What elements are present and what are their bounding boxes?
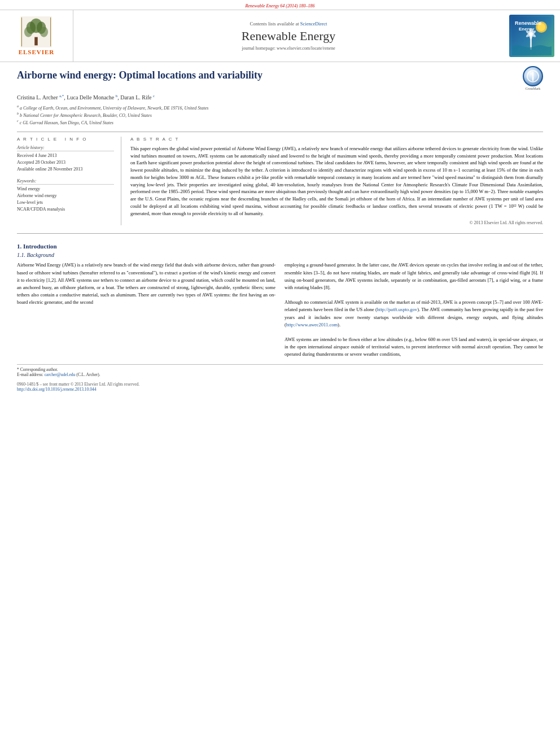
doi-line: http://dx.doi.org/10.1016/j.renene.2013.…: [17, 387, 543, 392]
elsevier-logo-area: ELSEVIER: [0, 10, 73, 62]
keyword-2: Airborne wind energy: [17, 193, 114, 199]
abstract-text: This paper explores the global wind powe…: [130, 145, 543, 217]
intro-right-text: employing a ground-based generator. In t…: [285, 261, 543, 358]
doi-link[interactable]: http://dx.doi.org/10.1016/j.renene.2013.…: [17, 387, 96, 392]
header-content: ELSEVIER Contents lists available at Sci…: [0, 10, 560, 62]
title-row: Airborne wind energy: Optimal locations …: [17, 69, 543, 90]
email-link[interactable]: carcher@udel.edu: [45, 372, 76, 377]
crossmark-label: CrossMark: [523, 87, 543, 90]
received-date: Received 4 June 2013: [17, 152, 114, 159]
affiliations: a a College of Earth, Ocean, and Environ…: [17, 104, 543, 126]
affiliation-b: b b National Center for Atmospheric Rese…: [17, 111, 543, 119]
svg-point-4: [24, 27, 33, 37]
svg-text:Energy: Energy: [519, 27, 535, 32]
authors-line: Cristina L. Archer a,*, Luca Delle Monac…: [17, 94, 543, 101]
intro-section: 1. Introduction 1.1. Background Airborne…: [17, 243, 543, 358]
intro-heading: 1. Introduction: [17, 243, 543, 250]
divider-2: [17, 233, 543, 234]
svg-point-5: [40, 27, 49, 37]
bottom-info: 0960-1481/$ – see front matter © 2013 El…: [17, 382, 543, 392]
footnote-area: * Corresponding author. E-mail address: …: [17, 364, 543, 377]
article-history-heading: Article history:: [17, 145, 114, 151]
background-heading: 1.1. Background: [17, 252, 543, 258]
re-logo-box: Renewable Energy: [509, 15, 554, 57]
crossmark-svg: [527, 70, 539, 82]
keywords-block: Keywords: Wind energy Airborne wind ener…: [17, 178, 114, 213]
elsevier-tree-icon: [19, 16, 53, 47]
article-body: Airborne wind energy: Optimal locations …: [0, 62, 560, 401]
contents-line: Contents lists available at ScienceDirec…: [250, 21, 327, 27]
article-history-block: Article history: Received 4 June 2013 Ac…: [17, 145, 114, 173]
top-bar: Renewable Energy 64 (2014) 180–186: [0, 2, 560, 10]
abstract-label: A B S T R A C T: [130, 137, 543, 142]
sciencedirect-link[interactable]: ScienceDirect: [300, 21, 327, 27]
email-note: E-mail address: carcher@udel.edu (C.L. A…: [17, 372, 543, 377]
re-logo-area: Renewable Energy: [504, 10, 560, 62]
intro-two-col: Airborne Wind Energy (AWE) is a relative…: [17, 261, 543, 358]
corresponding-note: * Corresponding author.: [17, 367, 543, 372]
right-column: A B S T R A C T This paper explores the …: [130, 137, 543, 226]
awec-link[interactable]: http://www.awec2011.com: [286, 322, 338, 327]
keyword-1: Wind energy: [17, 186, 114, 193]
article-title: Airborne wind energy: Optimal locations …: [17, 69, 517, 82]
page-wrapper: Renewable Energy 64 (2014) 180–186: [0, 0, 560, 747]
affiliation-c: c c GL Garrad Hassan, San Diego, CA, Uni…: [17, 119, 543, 126]
keyword-3: Low-level jets: [17, 199, 114, 206]
copyright-line: © 2013 Elsevier Ltd. All rights reserved…: [130, 220, 543, 225]
crossmark-icon[interactable]: [523, 66, 543, 86]
journal-ref: Renewable Energy 64 (2014) 180–186: [245, 3, 314, 8]
article-info-label: A R T I C L E I N F O: [17, 137, 114, 142]
journal-header: Renewable Energy 64 (2014) 180–186: [0, 0, 560, 62]
issn-line: 0960-1481/$ – see front matter © 2013 El…: [17, 382, 543, 387]
uspto-link[interactable]: http://patft.uspto.gov: [377, 307, 417, 312]
keyword-4: NCAR/CFDDA reanalysis: [17, 206, 114, 213]
accepted-date: Accepted 28 October 2013: [17, 159, 114, 166]
intro-left-text: Airborne Wind Energy (AWE) is a relative…: [17, 261, 275, 358]
svg-text:Renewable: Renewable: [515, 20, 541, 26]
divider-1: [17, 132, 543, 132]
available-date: Available online 28 November 2013: [17, 166, 114, 173]
keywords-heading: Keywords:: [17, 178, 114, 185]
affiliation-a: a a College of Earth, Ocean, and Environ…: [17, 104, 543, 111]
elsevier-brand-text: ELSEVIER: [19, 49, 55, 55]
svg-point-19: [532, 80, 534, 81]
left-column: A R T I C L E I N F O Article history: R…: [17, 137, 121, 226]
journal-title-area: Contents lists available at ScienceDirec…: [73, 10, 504, 62]
journal-name: Renewable Energy: [242, 29, 335, 43]
two-column-info: A R T I C L E I N F O Article history: R…: [17, 137, 543, 226]
journal-homepage: journal homepage: www.elsevier.com/locat…: [242, 46, 335, 51]
crossmark-badge: CrossMark: [523, 66, 543, 90]
re-logo-graphic: Renewable Energy: [512, 17, 552, 55]
svg-rect-6: [35, 37, 38, 46]
elsevier-logo: ELSEVIER: [19, 16, 55, 55]
